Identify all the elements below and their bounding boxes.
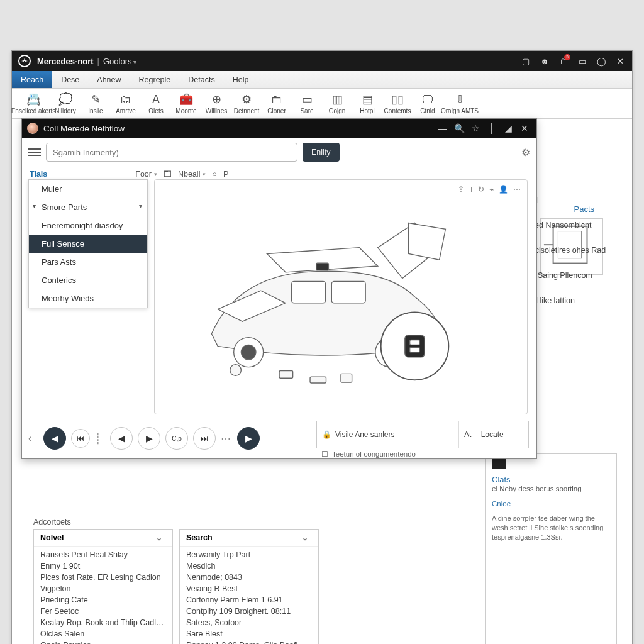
- menu-dese[interactable]: Dese: [52, 71, 88, 88]
- diagram-canvas[interactable]: ⇪ ⫿ ↻ ⌁ 👤 ⋯: [154, 179, 528, 414]
- refresh-icon[interactable]: ↻: [478, 185, 484, 194]
- locate-right[interactable]: At Locate: [459, 421, 528, 448]
- locate-left[interactable]: 🔒Visile Ane sanlers: [317, 421, 459, 448]
- calendar-icon[interactable]: 🗔: [164, 170, 172, 179]
- close-icon[interactable]: ✕: [516, 120, 533, 136]
- tool-moonte[interactable]: 🧰Moonte: [172, 91, 201, 116]
- app-switcher[interactable]: Goolors: [103, 57, 136, 66]
- list-item[interactable]: Berwanily Trp Part: [186, 549, 312, 560]
- side-menu-item[interactable]: Pars Asts: [29, 253, 147, 271]
- menu-detacts[interactable]: Detacts: [179, 71, 223, 88]
- search-input[interactable]: [46, 143, 297, 162]
- tool-hotpl[interactable]: ▤Hotpl: [353, 91, 382, 116]
- upload-icon[interactable]: ⇪: [458, 185, 464, 194]
- tool-oraign[interactable]: ⇩Oraign AMTS: [443, 91, 476, 116]
- list-item[interactable]: Cortonny Parm Flem 1 6.91: [186, 594, 312, 606]
- search-icon[interactable]: 🔍: [451, 120, 467, 136]
- list-item[interactable]: Contplhy 109 Brolghert. 08:11: [186, 606, 312, 617]
- list-item[interactable]: Nenmode; 0843: [186, 572, 312, 583]
- side-menu-item[interactable]: Muler: [29, 180, 147, 198]
- list-item[interactable]: Fer Seetoc: [40, 606, 166, 617]
- prev-button[interactable]: ◀: [43, 427, 66, 450]
- toolbox-icon: 🧰: [179, 92, 193, 106]
- list-item[interactable]: Sare Blest: [186, 628, 312, 640]
- foor-dropdown[interactable]: Foor: [135, 170, 157, 179]
- tool-sare[interactable]: ▭Sare: [292, 91, 321, 116]
- panel-link[interactable]: Cnloe: [486, 499, 616, 514]
- list-item[interactable]: Satecs, Scotoor: [186, 617, 312, 628]
- tool-ctnld[interactable]: 🖵Ctnld: [413, 91, 442, 116]
- user-icon[interactable]: 👤: [499, 185, 508, 194]
- list-item[interactable]: Veiaing R Best: [186, 583, 312, 594]
- screen-icon[interactable]: ▢: [518, 53, 534, 69]
- radio-icon[interactable]: ○: [212, 170, 217, 179]
- minimize-icon[interactable]: ▭: [574, 53, 591, 69]
- collapse-icon[interactable]: ⌄: [302, 533, 312, 542]
- next-button[interactable]: ▶: [237, 427, 260, 450]
- list-item[interactable]: Vigpelon: [40, 583, 166, 594]
- list-item[interactable]: Ransets Pent Heal Shlay: [40, 549, 166, 560]
- list-item[interactable]: Olclas Salen: [40, 628, 166, 640]
- skip-back-button[interactable]: ⏮: [71, 429, 90, 448]
- list-item[interactable]: Kealay Rop, Book and Thlip Cadlery: [40, 617, 166, 628]
- menu-regreple[interactable]: Regreple: [130, 71, 180, 88]
- tool-nilidory[interactable]: 💭Nilidory: [51, 91, 80, 116]
- side-menu-item[interactable]: Smore Parts: [29, 198, 147, 216]
- tool-gojgn[interactable]: ▥Gojgn: [323, 91, 352, 116]
- columns-icon: ▯▯: [391, 92, 404, 106]
- step-back-button[interactable]: ◀: [110, 427, 133, 450]
- menu-reach[interactable]: Reach: [12, 71, 52, 88]
- tool-enscribed[interactable]: 📇Ensciked akerts: [17, 91, 50, 116]
- tool-cloner[interactable]: 🗀Cloner: [262, 91, 291, 116]
- svg-point-4: [241, 345, 255, 359]
- bars-icon[interactable]: ⫿: [469, 185, 473, 194]
- tool-willines[interactable]: ⊕Willines: [202, 91, 231, 116]
- loop-button[interactable]: C,p: [165, 427, 188, 450]
- tool-insile[interactable]: ✎Insile: [81, 91, 110, 116]
- tab-tials[interactable]: Tials: [30, 170, 47, 179]
- lock-icon: 🔒: [322, 430, 331, 439]
- brand-logo-icon: [18, 55, 31, 67]
- side-menu: MulerSmore PartsEneremonight diasdoyFull…: [28, 179, 148, 308]
- tool-olets[interactable]: AOlets: [142, 91, 170, 116]
- more-icon[interactable]: ⋯: [513, 185, 521, 194]
- menu-help[interactable]: Help: [224, 71, 258, 88]
- list-item[interactable]: Dansey 1.2.00 Dems, Cllo Beafl: [186, 640, 312, 644]
- more-icon[interactable]: ⋯: [221, 433, 232, 445]
- panel-title: Search: [186, 533, 213, 542]
- side-menu-item[interactable]: Conterics: [29, 271, 147, 289]
- tool-detnnent[interactable]: ⚙Detnnent: [232, 91, 261, 116]
- play-button[interactable]: ▶: [138, 427, 160, 450]
- list-item[interactable]: Prieding Cate: [40, 594, 166, 606]
- bolt-icon[interactable]: ⌁: [489, 185, 494, 194]
- collapse-icon[interactable]: ⌄: [156, 533, 166, 542]
- crosshair-icon: ⊕: [209, 92, 223, 106]
- inner-toolbar: Enilty ⚙: [22, 138, 536, 167]
- skip-fwd-button[interactable]: ⏭: [193, 427, 216, 450]
- notifications-icon[interactable]: 🗀3: [555, 53, 572, 69]
- close-icon[interactable]: ✕: [612, 53, 628, 69]
- list-item[interactable]: Enmy 1 90t: [40, 560, 166, 572]
- list-item[interactable]: Pices fost Rate, ER Lesing Cadion: [40, 572, 166, 583]
- tool-contents[interactable]: ▯▯Contemts: [383, 91, 412, 116]
- side-menu-item[interactable]: Meorhy Wieds: [29, 289, 147, 308]
- hamburger-icon[interactable]: [28, 148, 41, 156]
- menubar: Reach Dese Ahnew Regreple Detacts Help: [12, 71, 632, 89]
- divider-icon: │: [484, 120, 500, 136]
- minimize-icon[interactable]: —: [435, 120, 451, 136]
- list-item[interactable]: Opeis Paveles: [40, 640, 166, 644]
- nbeall-dropdown[interactable]: Nbeall: [178, 170, 206, 179]
- side-menu-item[interactable]: Eneremonight diasdoy: [29, 216, 147, 235]
- tool-amrtve[interactable]: 🗂Amrtve: [111, 91, 140, 116]
- brand-name: Mercedes-nort: [37, 57, 94, 66]
- list-item[interactable]: Mesdich: [186, 560, 312, 572]
- menu-ahnew[interactable]: Ahnew: [88, 71, 130, 88]
- help-icon[interactable]: ☻: [536, 53, 553, 69]
- settings-icon[interactable]: ⚙: [521, 147, 530, 158]
- chevron-left-icon[interactable]: ‹: [28, 433, 38, 444]
- star-icon[interactable]: ☆: [467, 120, 484, 136]
- maximize-icon[interactable]: ◯: [593, 53, 609, 69]
- entity-button[interactable]: Enilty: [303, 143, 340, 162]
- signal-icon[interactable]: ◢: [500, 120, 516, 136]
- side-menu-item[interactable]: Full Sensce: [29, 235, 147, 253]
